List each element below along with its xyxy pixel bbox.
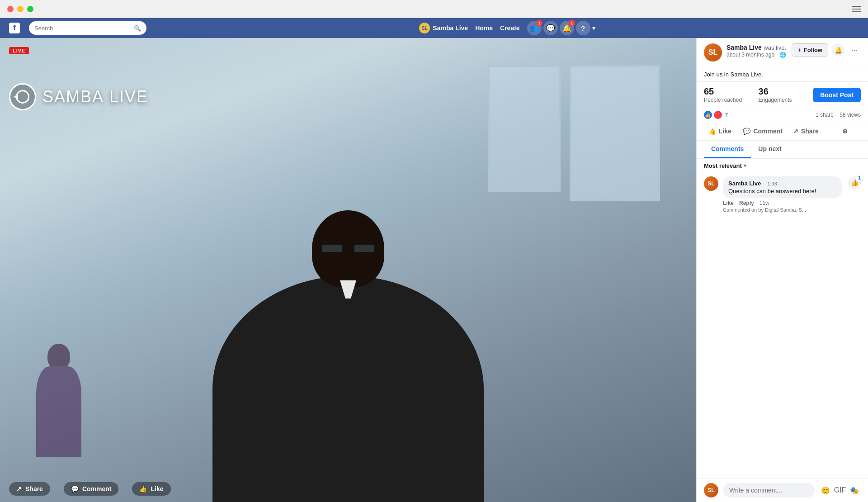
comment-time-info: · 1:33 — [764, 181, 777, 186]
comment-text: Questions can be answered here! — [728, 188, 836, 194]
people-reached-label: People reached — [704, 97, 759, 103]
share-icon: ↗ — [16, 485, 22, 493]
follow-icon: + — [797, 47, 801, 53]
post-was-live: was live. — [764, 44, 786, 51]
notifications-icon-button[interactable]: 🔔 1 — [560, 21, 574, 35]
traffic-lights — [7, 6, 33, 12]
comment-reply-action[interactable]: Reply — [739, 200, 754, 206]
search-input[interactable] — [34, 25, 134, 32]
more-action-icon: ⊕ — [842, 128, 848, 135]
gif-icon-button[interactable]: GIF — [834, 484, 846, 497]
logo-icon — [9, 83, 36, 110]
engagements-stat: 36 Engagements — [759, 86, 813, 103]
nav-user-profile[interactable]: SL Samba Live — [419, 23, 468, 33]
comment-attributed-text: Commented on by Digital Samba, S... — [723, 207, 842, 213]
globe-icon: 🌐 — [779, 52, 786, 58]
comment-input-icons: 😊 GIF 🎭 — [819, 484, 861, 497]
emoji-icon-button[interactable]: 😊 — [819, 484, 832, 497]
more-options-button[interactable]: ··· — [848, 44, 861, 57]
comment-action-button[interactable]: 💬 Comment — [739, 124, 786, 138]
search-bar[interactable]: 🔍 — [29, 21, 146, 35]
sticker-icon-button[interactable]: 🎭 — [848, 484, 861, 497]
video-logo-overlay: SAMBA LIVE — [9, 83, 148, 110]
comment-avatar: SL — [704, 176, 718, 191]
logo-icon-inner — [16, 90, 29, 104]
post-meta: about 3 months ago · 🌐 — [726, 52, 787, 58]
like-action-icon: 👍 — [708, 128, 716, 135]
minimize-button[interactable] — [17, 6, 24, 12]
comments-area: SL Samba Live · 1:33 Questions can be an… — [697, 173, 868, 478]
like-icon: 👍 — [139, 485, 147, 493]
friends-icon-button[interactable]: 👥 1 — [527, 21, 542, 35]
most-relevant-filter[interactable]: Most relevant ▾ — [697, 159, 868, 173]
maximize-button[interactable] — [27, 6, 33, 12]
action-buttons: 👍 Like 💬 Comment ↗ Share ⊕ — [697, 122, 868, 141]
nav-center: SL Samba Live Home Create 👥 1 💬 🔔 1 ? ▾ — [156, 21, 859, 35]
more-action-button[interactable]: ⊕ — [826, 124, 864, 138]
share-action-button[interactable]: ↗ Share — [786, 124, 825, 138]
video-share-button[interactable]: ↗ Share — [9, 482, 50, 496]
follow-button[interactable]: + Follow — [792, 43, 828, 57]
most-relevant-label: Most relevant — [704, 162, 742, 169]
like-reaction-icon: 👍 — [704, 111, 712, 119]
love-reaction-icon: ❤️ — [714, 111, 722, 119]
reactions-row: 👍 ❤️ 7 1 share 58 views — [697, 108, 868, 122]
window-chrome — [0, 0, 868, 18]
video-comment-button[interactable]: 💬 Comment — [64, 482, 119, 496]
boost-post-button[interactable]: Boost Post — [813, 88, 861, 102]
right-sidebar: SL Samba Live was live. about 3 months a… — [696, 38, 868, 502]
engagements-label: Engagements — [759, 97, 813, 103]
logo-text: SAMBA LIVE — [42, 87, 148, 106]
nav-home-link[interactable]: Home — [475, 24, 493, 32]
post-header: SL Samba Live was live. about 3 months a… — [697, 38, 868, 67]
nav-icons: 👥 1 💬 🔔 1 ? ▾ — [527, 21, 595, 35]
people-reached-stat: 65 People reached — [704, 86, 759, 103]
post-actions: + Follow 🔔 ··· — [792, 43, 861, 57]
live-badge: LIVE — [9, 47, 29, 54]
comment-item: SL Samba Live · 1:33 Questions can be an… — [704, 173, 861, 216]
friends-badge: 1 — [536, 20, 542, 26]
shares-text: 1 share — [816, 112, 834, 118]
notifications-badge: 1 — [569, 20, 575, 26]
comment-reaction-wrapper: 👍 1 — [848, 176, 861, 189]
post-info: Samba Live was live. about 3 months ago … — [726, 43, 787, 58]
comment-like-action[interactable]: Like — [723, 200, 734, 206]
help-icon-button[interactable]: ? — [576, 21, 590, 35]
comment-action-icon: 💬 — [743, 128, 750, 135]
nav-user-name: Samba Live — [433, 24, 468, 32]
dot-separator: · — [776, 52, 778, 57]
comment-actions: Like Reply 11w — [723, 200, 842, 206]
hamburger-menu-icon[interactable] — [852, 6, 861, 12]
write-comment-avatar: SL — [704, 483, 718, 497]
write-comment-input[interactable] — [723, 483, 815, 497]
views-text: 58 views — [840, 112, 861, 118]
nav-create-link[interactable]: Create — [500, 24, 520, 32]
comments-tab[interactable]: Comments — [704, 141, 751, 158]
comment-reaction-count: 1 — [855, 174, 863, 182]
like-action-button[interactable]: 👍 Like — [700, 124, 739, 138]
main-content: LIVE SAMBA LIVE ↗ Share 💬 Comment 👍 — [0, 38, 868, 502]
notifications-bell-button[interactable]: 🔔 — [832, 44, 844, 57]
messenger-icon-button[interactable]: 💬 — [543, 21, 558, 35]
reactions-count: 7 — [725, 112, 728, 118]
search-icon: 🔍 — [134, 25, 141, 32]
comment-icon: 💬 — [71, 485, 79, 493]
video-bottom-bar: ↗ Share 💬 Comment 👍 Like — [0, 476, 696, 502]
post-author-avatar: SL — [704, 43, 722, 62]
engagements-count: 36 — [759, 86, 813, 97]
comment-content: Samba Live · 1:33 Questions can be answe… — [723, 176, 842, 213]
share-action-icon: ↗ — [793, 128, 798, 135]
comment-tabs: Comments Up next — [697, 141, 868, 159]
stats-row: 65 People reached 36 Engagements Boost P… — [697, 82, 868, 108]
post-author-name[interactable]: Samba Live — [726, 44, 762, 51]
close-button[interactable] — [7, 6, 14, 12]
reactions-left: 👍 ❤️ 7 — [704, 111, 728, 119]
comment-time-ago: 11w — [760, 200, 769, 206]
nav-more-arrow[interactable]: ▾ — [592, 24, 595, 32]
post-time-ago: about 3 months ago — [726, 52, 774, 58]
up-next-tab[interactable]: Up next — [751, 141, 788, 158]
video-area: LIVE SAMBA LIVE ↗ Share 💬 Comment 👍 — [0, 38, 696, 502]
comment-author-name[interactable]: Samba Live — [728, 180, 761, 187]
comment-bubble: Samba Live · 1:33 Questions can be answe… — [723, 176, 842, 198]
video-like-button[interactable]: 👍 Like — [132, 482, 170, 496]
